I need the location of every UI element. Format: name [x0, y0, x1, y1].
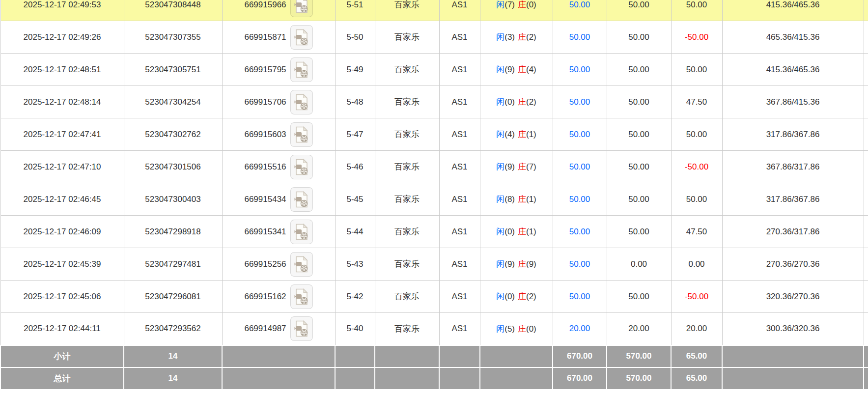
video-replay-button[interactable] [290, 187, 313, 212]
cell-winloss: 47.50 [671, 86, 722, 118]
cell-bet-id: 523047298918 [124, 216, 222, 248]
cell-bet-amount: 50.00 [553, 21, 607, 54]
banker-result-label: 庄 [518, 162, 526, 171]
cell-balance: 367.86/317.86 [722, 151, 864, 183]
player-result-score: (0) [504, 97, 515, 107]
cell-table-name: AS1 [439, 216, 480, 248]
win-loss-amount: 50.00 [686, 0, 707, 9]
cell-bet-time: 2025-12-17 02:46:09 [0, 216, 124, 248]
table-row[interactable]: 2025-12-17 02:49:53 523047308448 6699159… [0, 0, 868, 21]
game-type-label: 百家乐 [394, 162, 420, 171]
video-replay-button[interactable] [290, 122, 313, 147]
cell-round: 669915434 [222, 183, 335, 216]
cell-game-type: 百家乐 [375, 86, 439, 118]
cell-game-no: 5-48 [335, 86, 375, 118]
table-body: 2025-12-17 02:49:53 523047308448 6699159… [0, 0, 868, 390]
cell-bet-id: 523047296081 [124, 281, 222, 313]
game-round-number: 5-48 [346, 97, 363, 107]
video-replay-button[interactable] [290, 220, 313, 244]
round-id-group: 669915603 [223, 122, 335, 147]
cell-bet-amount: 50.00 [553, 0, 607, 21]
cell-table-name: AS1 [439, 54, 480, 86]
round-id: 669915341 [244, 227, 286, 237]
bet-id: 523047301506 [145, 162, 200, 171]
round-id-group: 669915871 [223, 25, 335, 50]
game-type-label: 百家乐 [394, 0, 420, 9]
video-replay-button[interactable] [290, 284, 313, 309]
cell-table-name: AS1 [439, 118, 480, 151]
bet-time: 2025-12-17 02:46:45 [24, 195, 101, 204]
bet-id: 523047293562 [145, 324, 200, 333]
table-row[interactable]: 2025-12-17 02:47:41 523047302762 6699156… [0, 118, 868, 151]
cell-cutoff-column [864, 183, 868, 216]
summary-bet-count: 14 [168, 351, 178, 361]
cell-table-name: AS1 [439, 86, 480, 118]
table-row[interactable]: 2025-12-17 02:45:39 523047297481 6699152… [0, 248, 868, 281]
video-replay-button[interactable] [290, 252, 313, 277]
balance-before-after: 367.86/415.36 [766, 97, 820, 107]
balance-before-after: 320.36/270.36 [766, 292, 820, 301]
cell-result: 闲(9)庄(9) [480, 248, 553, 281]
bet-amount: 20.00 [569, 324, 590, 333]
cell-cutoff-column [864, 118, 868, 151]
video-replay-button[interactable] [290, 316, 313, 341]
table-row[interactable]: 2025-12-17 02:46:45 523047300403 6699154… [0, 183, 868, 216]
player-result-score: (3) [504, 32, 515, 42]
summary-empty-cell [480, 345, 553, 367]
cell-round: 669915516 [222, 151, 335, 183]
cell-winloss: 50.00 [671, 0, 722, 21]
cell-table-name: AS1 [439, 21, 480, 54]
player-result-label: 闲 [496, 259, 504, 269]
cell-round: 669915871 [222, 21, 335, 54]
table-name: AS1 [451, 130, 467, 139]
table-row[interactable]: 2025-12-17 02:44:11 523047293562 6699149… [0, 313, 868, 345]
table-row[interactable]: 2025-12-17 02:48:51 523047305751 6699157… [0, 54, 868, 86]
summary-empty-cell [722, 345, 864, 367]
valid-amount: 50.00 [628, 195, 649, 204]
balance-before-after: 317.86/367.86 [766, 195, 820, 204]
game-round-number: 5-43 [346, 259, 363, 269]
game-type-label: 百家乐 [394, 97, 420, 107]
round-id: 669915871 [244, 32, 286, 42]
summary-row: 总计 14 670.00 570.00 65.00 [0, 367, 868, 390]
cell-valid-amount: 50.00 [607, 183, 671, 216]
cell-balance: 415.36/465.36 [722, 0, 864, 21]
video-replay-button[interactable] [290, 25, 313, 50]
table-row[interactable]: 2025-12-17 02:46:09 523047298918 6699153… [0, 216, 868, 248]
bet-id: 523047296081 [145, 292, 200, 301]
table-row[interactable]: 2025-12-17 02:48:14 523047304254 6699157… [0, 86, 868, 118]
video-replay-button[interactable] [290, 0, 313, 17]
cell-bet-amount: 50.00 [553, 54, 607, 86]
cell-round: 669915162 [222, 281, 335, 313]
round-id-group: 669915434 [223, 187, 335, 212]
game-type-label: 百家乐 [394, 195, 420, 204]
cell-table-name: AS1 [439, 248, 480, 281]
cell-balance: 317.86/367.86 [722, 118, 864, 151]
cell-game-no: 5-49 [335, 54, 375, 86]
cell-game-no: 5-47 [335, 118, 375, 151]
table-name: AS1 [451, 65, 467, 74]
table-row[interactable]: 2025-12-17 02:47:10 523047301506 6699155… [0, 151, 868, 183]
video-replay-button[interactable] [290, 57, 313, 82]
summary-bet-cell: 670.00 [553, 367, 607, 390]
cell-balance: 270.36/317.86 [722, 216, 864, 248]
bet-time: 2025-12-17 02:45:39 [24, 259, 101, 269]
cell-bet-amount: 50.00 [553, 248, 607, 281]
player-result-score: (5) [504, 324, 515, 334]
table-row[interactable]: 2025-12-17 02:45:06 523047296081 6699151… [0, 281, 868, 313]
player-result-score: (8) [504, 195, 515, 204]
banker-result-label: 庄 [518, 32, 526, 42]
player-result-score: (9) [504, 259, 515, 269]
video-replay-button[interactable] [290, 155, 313, 179]
video-replay-button[interactable] [290, 90, 313, 114]
table-row[interactable]: 2025-12-17 02:49:26 523047307355 6699158… [0, 21, 868, 54]
cell-game-type: 百家乐 [375, 313, 439, 345]
bet-id: 523047302762 [145, 130, 200, 139]
cell-cutoff-column [864, 86, 868, 118]
bet-amount: 50.00 [569, 65, 590, 74]
game-type-label: 百家乐 [394, 130, 420, 139]
bet-history-viewport: 2025-12-17 02:49:53 523047308448 6699159… [0, 0, 868, 395]
video-file-icon [294, 29, 309, 46]
summary-valid-cell: 570.00 [607, 367, 671, 390]
bet-time: 2025-12-17 02:45:06 [24, 292, 101, 301]
